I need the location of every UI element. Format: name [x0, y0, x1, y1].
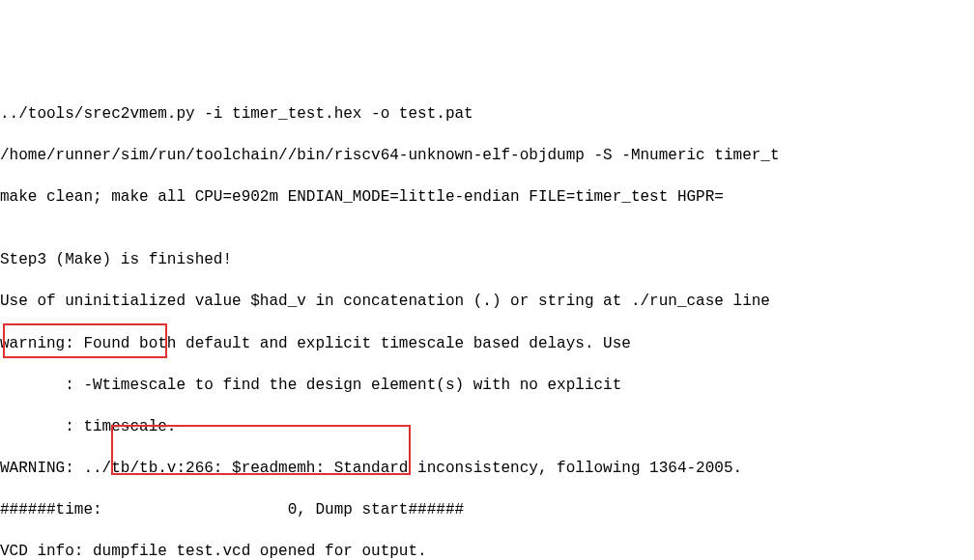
output-line: ../tools/srec2vmem.py -i timer_test.hex … [0, 104, 974, 126]
output-line: /home/runner/sim/run/toolchain//bin/risc… [0, 146, 974, 167]
terminal-output: ../tools/srec2vmem.py -i timer_test.hex … [0, 83, 974, 560]
output-line: WARNING: ../tb/tb.v:266: $readmemh: Stan… [0, 459, 974, 480]
output-line: warning: Found both default and explicit… [0, 334, 974, 355]
output-line: make clean; make all CPU=e902m ENDIAN_MO… [0, 187, 974, 209]
output-line: Use of uninitialized value $had_v in con… [0, 292, 974, 313]
output-line: ######time: 0, Dump start###### [0, 500, 974, 521]
output-line: : -Wtimescale to find the design element… [0, 376, 974, 397]
output-line: VCD info: dumpfile test.vcd opened for o… [0, 542, 974, 560]
output-line: Step3 (Make) is finished! [0, 250, 974, 271]
output-line: : timescale. [0, 417, 974, 438]
